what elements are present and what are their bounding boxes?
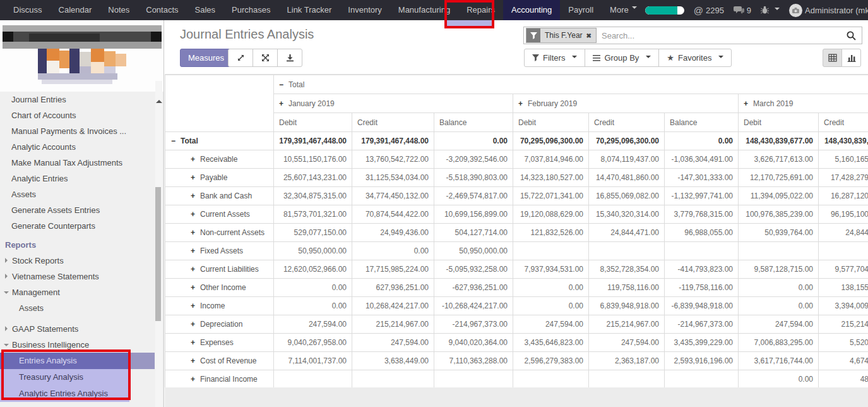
col-header-february-2019[interactable]: +February 2019	[513, 94, 739, 113]
sidebar-tree-stock-reports[interactable]: Stock Reports	[0, 253, 163, 269]
sidebar-subitem-analytic-entries-analysis[interactable]: Analytic Entries Analysis	[0, 386, 163, 402]
chevron-right-icon	[5, 326, 10, 331]
nav-item-manufacturing[interactable]: Manufacturing	[390, 0, 458, 20]
chevron-right-icon	[5, 274, 10, 279]
sidebar-tree-vietnamese-statements[interactable]: Vietnamese Statements	[0, 269, 163, 284]
expand-icon: +	[191, 283, 195, 292]
pivot-cell: -147,301,333.00	[665, 169, 739, 187]
pivot-cell	[819, 242, 868, 260]
pivot-table: −Total+January 2019+February 2019+March …	[165, 75, 868, 387]
measure-header-credit[interactable]: Credit	[589, 113, 665, 132]
flip-axis-button[interactable]	[253, 49, 278, 67]
sidebar-item-generate-assets-entries[interactable]: Generate Assets Entries	[0, 202, 163, 218]
row-header[interactable]: +Payable	[165, 169, 274, 187]
measure-header-debit[interactable]: Debit	[739, 113, 819, 132]
sidebar-tree-gaap-statements[interactable]: GAAP Statements	[0, 321, 163, 337]
scroll-up-arrow-icon[interactable]	[156, 100, 162, 103]
row-header[interactable]: +Cost of Revenue	[165, 352, 274, 370]
expand-icon: +	[191, 210, 195, 219]
col-header-march-2019[interactable]: +March 2019	[739, 94, 868, 113]
col-header-january-2019[interactable]: +January 2019	[274, 94, 513, 113]
nav-item-discuss[interactable]: Discuss	[5, 0, 51, 20]
pivot-cell: 529,077,150.00	[274, 224, 352, 242]
row-header[interactable]: +Income	[165, 297, 274, 315]
sidebar-item-analytic-accounts[interactable]: Analytic Accounts	[0, 139, 163, 155]
row-header[interactable]: +Current Liabilities	[165, 260, 274, 279]
row-header[interactable]: +Current Assets	[165, 205, 274, 224]
messages-counter[interactable]: 9	[734, 6, 751, 15]
sidebar-tree-business-intelligence[interactable]: Business Intelligence	[0, 337, 163, 353]
sidebar-subitem-entries-analysis[interactable]: Entries Analysis	[0, 353, 163, 369]
measure-header-balance[interactable]: Balance	[434, 113, 513, 132]
sidebar-item-chart-of-accounts[interactable]: Chart of Accounts	[0, 107, 163, 123]
row-label: Bank and Cash	[200, 191, 252, 200]
row-header[interactable]: −Total	[165, 132, 274, 150]
sidebar-subitem-treasury-analysis[interactable]: Treasury Analysis	[0, 369, 163, 386]
col-header-total[interactable]: −Total	[274, 75, 868, 94]
pivot-cell: 3,617,716,744.00	[739, 352, 819, 370]
pivot-cell: 12,170,725,691.00	[739, 169, 819, 187]
nav-item-more[interactable]: More	[602, 0, 645, 20]
chevron-down-icon	[646, 56, 651, 61]
nav-item-repairs[interactable]: Repairs	[458, 0, 503, 20]
measure-header-credit[interactable]: Credit	[819, 113, 868, 132]
pivot-cell: 2,363,187.00	[589, 352, 665, 370]
pivot-row-total: −Total179,391,467,448.00179,391,467,448.…	[165, 132, 868, 150]
pivot-cell: 10,551,150,176.00	[274, 150, 352, 169]
pivot-view-button[interactable]	[823, 49, 842, 67]
row-header[interactable]: +Receivable	[165, 150, 274, 169]
row-header[interactable]: +Other Income	[165, 279, 274, 297]
pivot-cell: 81,573,701,321.00	[274, 205, 352, 224]
pivot-cell: 3,394,009	[819, 297, 868, 315]
user-menu[interactable]: Administrator (mknwyp...	[789, 4, 868, 17]
row-header[interactable]: +Expenses	[165, 334, 274, 352]
measure-header-debit[interactable]: Debit	[513, 113, 589, 132]
sidebar-subitem-assets[interactable]: Assets	[0, 300, 163, 317]
graph-view-button[interactable]	[841, 49, 861, 67]
search-icon[interactable]	[846, 30, 857, 41]
sidebar-item-journal-entries[interactable]: Journal Entries	[0, 92, 163, 107]
groupby-button[interactable]: Group By	[585, 49, 659, 67]
measure-header-debit[interactable]: Debit	[274, 113, 352, 132]
nav-item-link-tracker[interactable]: Link Tracker	[279, 0, 340, 20]
sidebar-scrollbar[interactable]	[155, 81, 162, 407]
nav-item-payroll[interactable]: Payroll	[560, 0, 602, 20]
sidebar-item-manual-payments-invoices-[interactable]: Manual Payments & Invoices ...	[0, 123, 163, 139]
mentions-counter[interactable]: @ 2295	[694, 5, 724, 16]
star-icon: ★	[667, 53, 674, 63]
pivot-cell: 70,874,544,422.00	[352, 205, 434, 224]
expand-all-button[interactable]	[228, 49, 253, 67]
sidebar-item-assets[interactable]: Assets	[0, 186, 163, 202]
remove-facet-icon[interactable]: ✖	[586, 32, 592, 39]
search-input[interactable]	[597, 31, 846, 40]
row-header[interactable]: +Financial Income	[165, 370, 274, 388]
download-button[interactable]	[277, 49, 302, 67]
nav-item-inventory[interactable]: Inventory	[340, 0, 389, 20]
sidebar-tree-management[interactable]: Management	[0, 284, 163, 300]
nav-item-sales[interactable]: Sales	[187, 0, 224, 20]
row-header[interactable]: +Non-current Assets	[165, 224, 274, 242]
search-bar[interactable]: This F.Year ✖	[523, 27, 862, 44]
expand-icon: +	[191, 155, 195, 164]
scrollbar-thumb[interactable]	[155, 187, 161, 321]
debug-menu[interactable]	[761, 6, 780, 15]
nav-item-calendar[interactable]: Calendar	[51, 0, 100, 20]
sidebar-item-generate-counterparts[interactable]: Generate Counterparts	[0, 218, 163, 234]
sidebar-item-analytic-entries[interactable]: Analytic Entries	[0, 171, 163, 186]
nav-item-purchases[interactable]: Purchases	[223, 0, 278, 20]
row-header[interactable]: +Bank and Cash	[165, 187, 274, 205]
measure-header-credit[interactable]: Credit	[352, 113, 434, 132]
nav-item-accounting[interactable]: Accounting	[503, 0, 560, 20]
nav-item-notes[interactable]: Notes	[100, 0, 138, 20]
pivot-cell: 247,594.00	[352, 334, 434, 352]
favorites-button[interactable]: ★ Favorites	[658, 49, 732, 67]
row-header[interactable]: +Fixed Assets	[165, 242, 274, 260]
search-facet: This F.Year ✖	[526, 28, 597, 43]
filters-button[interactable]: Filters	[524, 49, 585, 67]
nav-item-contacts[interactable]: Contacts	[138, 0, 186, 20]
measure-header-balance[interactable]: Balance	[665, 113, 739, 132]
pivot-cell: 215,214,967.00	[352, 315, 434, 334]
row-label: Fixed Assets	[200, 246, 243, 255]
row-header[interactable]: +Depreciation	[165, 315, 274, 334]
sidebar-item-make-manual-tax-adjustments[interactable]: Make Manual Tax Adjustments	[0, 155, 163, 171]
